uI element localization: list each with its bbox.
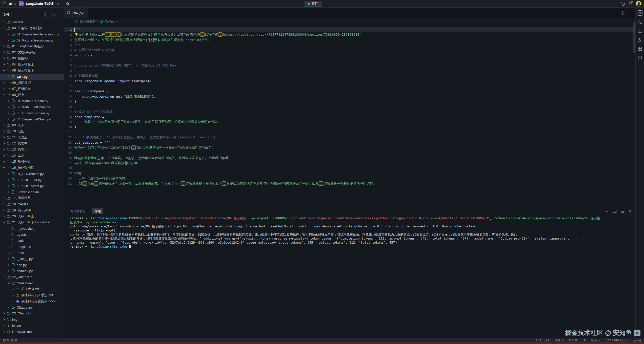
tree-item[interactable]: OneFlower <box>0 280 64 286</box>
tree-item[interactable]: 03_Running_Chain.py <box>0 110 64 116</box>
tree-item[interactable]: 02_SQL_LLM.py <box>0 177 64 183</box>
tree-item[interactable]: 23_Chatbot下 <box>0 310 64 316</box>
ai-assistant-icon[interactable]: AI <box>637 10 642 16</box>
tree-item[interactable]: __init__.py <box>0 256 64 262</box>
flask-icon[interactable] <box>637 37 642 42</box>
errors-indicator[interactable]: 0 <box>3 339 9 342</box>
tree-item[interactable]: 20_人脉工具上 <box>0 213 64 219</box>
chevron-right-icon[interactable] <box>2 81 6 84</box>
chevron-right-icon[interactable] <box>2 154 6 157</box>
server-list-icon[interactable] <box>637 55 642 60</box>
chevron-right-icon[interactable] <box>2 45 6 48</box>
tree-item[interactable]: 03_SQL_Agent.py <box>0 183 64 189</box>
breadcrumb-folder[interactable]: 05_提示模板下 <box>75 19 95 24</box>
tree-item[interactable]: templates <box>0 244 64 250</box>
tree-item[interactable]: agents <box>0 231 64 238</box>
code-view[interactable]: 1"""2💡文件是【提示工程（下）：用思维链和思维树提升模型思考质量】章节的配套… <box>64 25 635 186</box>
chevron-right-icon[interactable] <box>2 318 6 321</box>
chevron-down-icon[interactable] <box>56 2 59 5</box>
status-item[interactable]: UTF-8 <box>569 339 577 342</box>
tree-item[interactable]: 05_提示模板下 <box>0 68 64 74</box>
more-actions-icon[interactable] <box>628 11 632 15</box>
search-icon[interactable] <box>66 2 70 6</box>
chevron-right-icon[interactable] <box>7 227 11 230</box>
chevron-right-icon[interactable] <box>2 142 6 145</box>
tab-cot-py[interactable]: CoT.py <box>64 8 88 18</box>
chevron-down-icon[interactable] <box>2 221 6 224</box>
chevron-right-icon[interactable] <box>2 63 6 66</box>
tree-item[interactable]: 04_提示模板上 <box>0 61 64 68</box>
chevron-right-icon[interactable] <box>2 51 6 54</box>
tree-item[interactable]: FlowerShop.db <box>0 189 64 195</box>
tree-item[interactable]: 00_开篇词_奇点时刻 <box>0 25 64 31</box>
new-file-icon[interactable] <box>43 13 47 17</box>
chevron-down-icon[interactable] <box>2 166 6 169</box>
warnings-indicator[interactable]: 0 <box>11 339 17 342</box>
tree-item[interactable]: 02_PictureDescription.py <box>0 37 64 43</box>
tree-item[interactable]: static <box>0 238 64 244</box>
editor-area[interactable]: CoT.py 05_提示模板下 / CoT.py / ... 1"""2💡文件是… <box>64 8 635 207</box>
chevron-right-icon[interactable] <box>2 148 6 151</box>
chevron-right-icon[interactable] <box>2 209 6 211</box>
tree-item[interactable]: findbigV.py <box>0 268 64 274</box>
tree-item[interactable]: 07_解析输出 <box>0 86 64 92</box>
chevron-right-icon[interactable] <box>7 239 11 242</box>
chevron-down-icon[interactable] <box>2 94 6 96</box>
notifications-bell-icon[interactable] <box>628 1 632 6</box>
tree-item[interactable]: CoT.py <box>0 74 64 80</box>
tree-item[interactable]: 17_回调函数 <box>0 195 64 201</box>
maximize-panel-icon[interactable] <box>621 209 625 213</box>
tree-item[interactable]: app.py <box>0 262 64 268</box>
status-item[interactable]: 行 1，列 1 <box>536 338 549 342</box>
chevron-down-icon[interactable] <box>14 2 17 5</box>
tree-item[interactable]: Chatbot.py <box>0 304 64 310</box>
chevron-right-icon[interactable] <box>2 197 6 199</box>
chevron-right-icon[interactable] <box>2 88 6 90</box>
tab-terminal[interactable]: 终端 <box>92 208 103 214</box>
app-logo-icon[interactable] <box>3 2 7 6</box>
project-name[interactable]: LangChain 实战课 <box>26 2 54 6</box>
status-item[interactable]: 3.12.2 64-bit ('shims': pyenv) <box>606 339 641 342</box>
tree-item[interactable]: 19_BabyAGI <box>0 207 64 213</box>
chevron-right-icon[interactable] <box>7 245 11 248</box>
new-terminal-icon[interactable] <box>605 209 609 213</box>
tree-item[interactable]: 03_模型IO <box>0 55 64 61</box>
status-item[interactable]: 空格: 4 <box>555 338 564 342</box>
tree-item[interactable]: 18_CAMEL <box>0 201 64 207</box>
status-item[interactable]: Python <box>591 339 600 342</box>
chevron-down-icon[interactable] <box>7 282 11 284</box>
chevron-down-icon[interactable] <box>2 27 6 29</box>
tree-item[interactable]: tools <box>0 250 64 256</box>
breadcrumb-file[interactable]: CoT.py <box>105 20 114 23</box>
tree-item[interactable]: __pycache__ <box>0 225 64 231</box>
chevron-right-icon[interactable] <box>2 57 6 60</box>
tree-item[interactable]: 01_LangChain快速入门 <box>0 43 64 49</box>
tab-debug-console[interactable]: 调试控制台 <box>68 208 88 214</box>
tree-item[interactable]: 12_代理中 <box>0 140 64 146</box>
tree-item[interactable]: ?README.md <box>0 329 64 335</box>
help-icon[interactable]: ? <box>621 2 625 6</box>
tree-item[interactable]: 花语大全.txt <box>0 286 64 292</box>
chevron-right-icon[interactable] <box>2 203 6 205</box>
tree-item[interactable]: 04_SequentialChain.py <box>0 116 64 122</box>
breadcrumb-symbol[interactable]: ... <box>119 20 121 23</box>
chevron-right-icon[interactable] <box>2 215 6 218</box>
chevron-right-icon[interactable] <box>2 21 6 23</box>
chevron-down-icon[interactable] <box>2 69 6 72</box>
tree-item[interactable]: 21_人脉工具下 / socializer <box>0 219 64 225</box>
tree-item[interactable]: 01_DBCreation.py <box>0 171 64 177</box>
tree-item[interactable]: 11_代理上 <box>0 134 64 140</box>
tree-item[interactable]: .vscode <box>0 19 64 25</box>
editor-scrollbar[interactable] <box>633 22 635 53</box>
split-editor-icon[interactable] <box>621 11 625 15</box>
tree-item[interactable]: 01_SimpleTextGeneration.py <box>0 31 64 37</box>
status-item[interactable]: LF <box>582 339 586 342</box>
tree-item[interactable]: 14_工具 <box>0 153 64 159</box>
chevron-right-icon[interactable] <box>2 124 6 126</box>
chevron-down-icon[interactable] <box>2 276 6 278</box>
tree-item[interactable]: 22_Chatbot上 <box>0 274 64 280</box>
chevron-right-icon[interactable] <box>2 130 6 133</box>
extensions-grid-icon[interactable] <box>637 46 642 51</box>
avatar[interactable] <box>636 1 641 7</box>
user-search-icon[interactable] <box>637 19 642 25</box>
